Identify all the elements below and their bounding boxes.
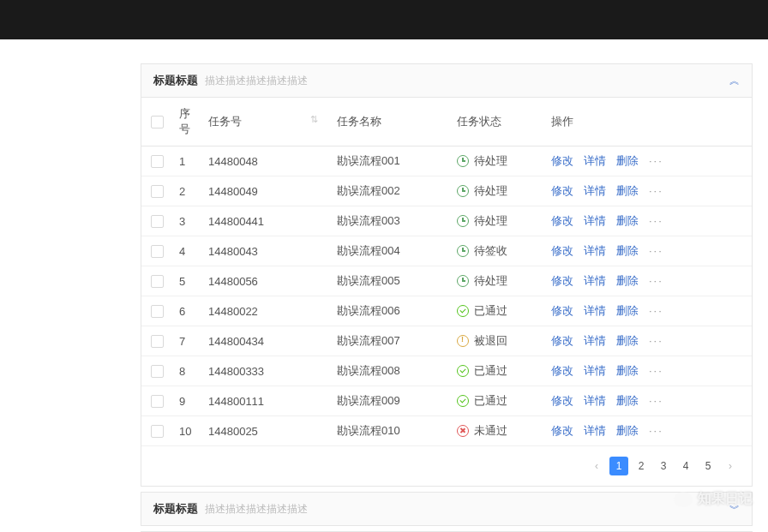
page-5[interactable]: 5	[699, 457, 717, 475]
edit-link[interactable]: 修改	[551, 274, 573, 287]
checkbox[interactable]	[151, 275, 164, 288]
cell-seq: 6	[172, 296, 201, 326]
status-check-icon	[457, 305, 469, 317]
page-prev[interactable]: ‹	[587, 457, 606, 475]
edit-link[interactable]: 修改	[551, 394, 573, 407]
page-4[interactable]: 4	[676, 457, 695, 475]
delete-link[interactable]: 删除	[616, 394, 639, 407]
col-ops: 操作	[544, 98, 752, 146]
delete-link[interactable]: 删除	[616, 244, 639, 257]
detail-link[interactable]: 详情	[584, 304, 606, 317]
checkbox[interactable]	[151, 245, 164, 258]
status-check-icon	[457, 365, 469, 377]
more-icon[interactable]: ···	[649, 334, 663, 347]
more-icon[interactable]: ···	[649, 154, 663, 167]
table-row: 214480049勘误流程002待处理修改详情删除···	[141, 176, 752, 206]
status-clock-icon	[457, 155, 469, 167]
delete-link[interactable]: 删除	[616, 424, 639, 437]
more-icon[interactable]: ···	[649, 244, 663, 257]
checkbox[interactable]	[151, 155, 164, 168]
edit-link[interactable]: 修改	[551, 154, 573, 167]
detail-link[interactable]: 详情	[584, 184, 606, 197]
col-seq[interactable]: 序号	[172, 98, 201, 146]
delete-link[interactable]: 删除	[616, 334, 639, 347]
more-icon[interactable]: ···	[649, 394, 663, 407]
edit-link[interactable]: 修改	[551, 424, 573, 437]
delete-link[interactable]: 删除	[616, 214, 639, 227]
status-check-icon	[457, 395, 469, 407]
watermark-text: 知果日记	[698, 490, 753, 508]
cell-status: 已通过	[450, 296, 544, 326]
cell-status: 待处理	[450, 266, 544, 296]
task-table: 序号 任务号 ⇅ 任务名称 任务状态 操作 114480048勘误流程001待处…	[141, 98, 752, 446]
cell-ops: 修改详情删除···	[544, 266, 752, 296]
cell-seq: 1	[172, 146, 201, 176]
cell-status: 被退回	[450, 326, 544, 356]
page-2[interactable]: 2	[632, 457, 651, 475]
detail-link[interactable]: 详情	[584, 244, 606, 257]
col-task[interactable]: 任务号 ⇅	[201, 98, 330, 146]
more-icon[interactable]: ···	[649, 424, 663, 437]
checkbox[interactable]	[151, 425, 164, 438]
cell-status: 已通过	[450, 356, 544, 386]
edit-link[interactable]: 修改	[551, 304, 573, 317]
page-3[interactable]: 3	[654, 457, 673, 475]
more-icon[interactable]: ···	[649, 364, 663, 377]
more-icon[interactable]: ···	[649, 274, 663, 287]
delete-link[interactable]: 删除	[616, 274, 639, 287]
checkbox-all[interactable]	[151, 116, 164, 129]
panel-desc: 描述描述描述描述描述	[205, 502, 308, 517]
detail-link[interactable]: 详情	[584, 214, 606, 227]
delete-link[interactable]: 删除	[616, 184, 639, 197]
cell-task: 144800111	[201, 386, 330, 416]
status-clock-icon	[457, 245, 469, 257]
table-row: 3144800441勘误流程003待处理修改详情删除···	[141, 206, 752, 236]
status-clock-icon	[457, 215, 469, 227]
cell-status: 待处理	[450, 176, 544, 206]
status-fail-icon	[457, 425, 469, 437]
checkbox[interactable]	[151, 215, 164, 228]
cell-status: 已通过	[450, 386, 544, 416]
status-text: 待处理	[474, 213, 507, 229]
panel-header[interactable]: 标题标题 描述描述描述描述描述 ︽	[141, 64, 752, 98]
edit-link[interactable]: 修改	[551, 244, 573, 257]
checkbox[interactable]	[151, 335, 164, 348]
collapse-icon[interactable]: ︽	[729, 74, 740, 88]
checkbox[interactable]	[151, 395, 164, 408]
detail-link[interactable]: 详情	[584, 424, 606, 437]
detail-link[interactable]: 详情	[584, 364, 606, 377]
panel-collapsed-1: 标题标题 描述描述描述描述描述 ︾	[141, 492, 753, 526]
cell-ops: 修改详情删除···	[544, 326, 752, 356]
table-row: 9144800111勘误流程009已通过修改详情删除···	[141, 386, 752, 416]
edit-link[interactable]: 修改	[551, 364, 573, 377]
cell-name: 勘误流程004	[330, 236, 450, 266]
col-status[interactable]: 任务状态	[450, 98, 544, 146]
more-icon[interactable]: ···	[649, 184, 663, 197]
panel-header[interactable]: 标题标题 描述描述描述描述描述 ︾	[141, 493, 752, 525]
col-task-label: 任务号	[208, 115, 242, 128]
checkbox[interactable]	[151, 185, 164, 198]
checkbox[interactable]	[151, 305, 164, 318]
detail-link[interactable]: 详情	[584, 154, 606, 167]
more-icon[interactable]: ···	[649, 304, 663, 317]
sort-icon[interactable]: ⇅	[310, 114, 318, 125]
delete-link[interactable]: 删除	[616, 364, 639, 377]
checkbox[interactable]	[151, 365, 164, 378]
edit-link[interactable]: 修改	[551, 184, 573, 197]
cell-task: 14480022	[201, 296, 330, 326]
table-row: 514480056勘误流程005待处理修改详情删除···	[141, 266, 752, 296]
col-name[interactable]: 任务名称	[330, 98, 450, 146]
edit-link[interactable]: 修改	[551, 334, 573, 347]
delete-link[interactable]: 删除	[616, 154, 639, 167]
detail-link[interactable]: 详情	[584, 394, 606, 407]
edit-link[interactable]: 修改	[551, 214, 573, 227]
cell-ops: 修改详情删除···	[544, 416, 752, 446]
table-row: 414480043勘误流程004待签收修改详情删除···	[141, 236, 752, 266]
more-icon[interactable]: ···	[649, 214, 663, 227]
cell-seq: 9	[172, 386, 201, 416]
detail-link[interactable]: 详情	[584, 274, 606, 287]
delete-link[interactable]: 删除	[616, 304, 639, 317]
detail-link[interactable]: 详情	[584, 334, 606, 347]
page-1[interactable]: 1	[609, 457, 628, 475]
page-next[interactable]: ›	[721, 457, 740, 475]
